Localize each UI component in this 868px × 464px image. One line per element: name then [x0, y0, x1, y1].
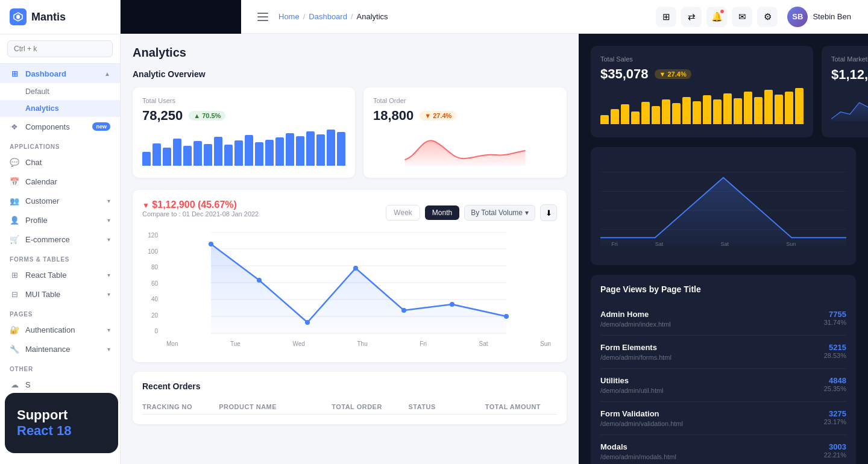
bar — [306, 131, 315, 166]
page-view-count: 5215 — [824, 343, 846, 352]
dark-card-total-marketing: Total Marketing $1,12,083 ▲ 70.5% — [822, 46, 868, 137]
bar — [775, 95, 783, 124]
bar — [316, 134, 325, 166]
support-popup-title: Support — [17, 407, 106, 423]
month-button[interactable]: Month — [425, 205, 459, 220]
sidebar-item-sample1[interactable]: ☁ S — [0, 375, 120, 394]
sidebar-item-label: Chat — [25, 158, 42, 167]
page-view-item-1: Form Elements /demo/admin/forms.html 521… — [600, 336, 846, 369]
bar — [153, 143, 161, 166]
bar — [275, 137, 284, 166]
card-total-users: Total Users 78,250 ▲ 70.5% — [133, 87, 355, 178]
main-area: Home / Dashboard / Analytics ⊞ ⇄ 🔔 ✉ ⚙ S… — [121, 0, 868, 464]
bar — [764, 90, 773, 124]
svg-text:Sun: Sun — [786, 241, 796, 247]
chevron-down-icon: ▾ — [107, 272, 110, 278]
page-views-section: Page Views by Page Title Admin Home /dem… — [591, 275, 856, 464]
card-badge: ▲ 70.5% — [189, 111, 225, 121]
user-avatar[interactable]: SB Stebin Ben — [782, 4, 856, 30]
user-switch-button[interactable]: ⇄ — [681, 7, 702, 27]
income-svg-chart — [160, 232, 557, 334]
chat-icon: 💬 — [10, 157, 19, 167]
week-button[interactable]: Week — [386, 205, 420, 221]
svg-rect-4 — [257, 20, 268, 21]
chevron-down-icon: ▾ — [107, 236, 110, 243]
svg-rect-2 — [257, 13, 268, 14]
calendar-icon: 📅 — [10, 177, 19, 186]
income-value: ▼ $1,12,900 (45.67%) — [142, 199, 259, 210]
logo-icon — [10, 8, 27, 25]
components-icon: ❖ — [10, 122, 19, 131]
svg-point-15 — [353, 266, 358, 271]
sidebar-item-calendar[interactable]: 📅 Calendar — [0, 172, 120, 191]
page-view-count: 7755 — [824, 310, 846, 319]
bar — [693, 101, 701, 124]
sidebar-logo[interactable]: Mantis — [0, 0, 120, 34]
sidebar-item-dashboard[interactable]: ⊞ Dashboard ▲ — [0, 64, 120, 83]
bar — [734, 98, 742, 124]
y-axis: 120 100 80 60 40 20 0 — [142, 232, 160, 334]
search-container — [0, 34, 120, 64]
bar — [173, 139, 181, 166]
breadcrumb-dashboard[interactable]: Dashboard — [309, 12, 347, 21]
page-view-url: /demo/admin/forms.html — [600, 354, 671, 361]
sidebar-subitem-analytics[interactable]: Analytics — [0, 100, 120, 117]
dropdown-arrow-icon: ▾ — [525, 208, 529, 217]
grid-icon-button[interactable]: ⊞ — [656, 7, 676, 27]
customer-icon: 👥 — [10, 196, 19, 205]
right-panel: Total Sales $35,078 ▼ 27.4% — [579, 34, 868, 464]
arrow-down-icon: ▼ — [424, 112, 431, 119]
maintenance-icon: 🔧 — [10, 344, 19, 354]
sidebar-item-components[interactable]: ❖ Components new — [0, 117, 120, 136]
bar — [214, 137, 222, 166]
mail-button[interactable]: ✉ — [732, 7, 752, 27]
sidebar-item-react-table[interactable]: ⊞ React Table ▾ — [0, 265, 120, 284]
svg-marker-1 — [16, 14, 20, 19]
chevron-up-icon: ▲ — [104, 71, 110, 77]
svg-point-14 — [305, 320, 310, 325]
sidebar-item-mui-table[interactable]: ⊟ MUI Table ▾ — [0, 284, 120, 304]
support-popup[interactable]: Support React 18 — [5, 393, 118, 453]
page-view-pct: 25.35% — [824, 385, 846, 392]
sidebar-item-profile[interactable]: 👤 Profile ▾ — [0, 210, 120, 230]
bar — [611, 109, 619, 124]
volume-dropdown[interactable]: By Total Volume ▾ — [464, 205, 535, 221]
bar — [337, 132, 345, 166]
recent-orders-title: Recent Orders — [142, 381, 557, 391]
bar — [744, 92, 752, 124]
sidebar-item-customer[interactable]: 👥 Customer ▾ — [0, 191, 120, 210]
sidebar-item-authentication[interactable]: 🔐 Authentication ▾ — [0, 320, 120, 339]
section-label-forms: Forms & Tables — [0, 249, 120, 265]
sidebar-item-maintenance[interactable]: 🔧 Maintenance ▾ — [0, 339, 120, 359]
dark-card-value: $1,12,083 — [831, 67, 868, 83]
sidebar-subitem-default[interactable]: Default — [0, 83, 120, 100]
dark-card-label: Total Sales — [600, 55, 804, 63]
order-area-chart — [373, 130, 557, 166]
page-view-title: Admin Home — [600, 310, 671, 319]
page-view-count: 3275 — [824, 409, 846, 418]
sidebar-item-ecommerce[interactable]: 🛒 E-commerce ▾ — [0, 230, 120, 249]
settings-button[interactable]: ⚙ — [757, 7, 778, 27]
col-total-amount: TOTAL AMOUNT — [485, 403, 557, 410]
section-label-other: Other — [0, 359, 120, 375]
bar — [795, 88, 804, 124]
sidebar-item-label: E-commerce — [25, 235, 70, 244]
income-compare: Compare to : 01 Dec 2021-08 Jan 2022 — [142, 210, 259, 218]
support-popup-subtitle: React 18 — [17, 423, 106, 439]
card-value: 78,250 — [142, 108, 183, 124]
menu-toggle-button[interactable] — [253, 7, 272, 27]
dark-card-total-sales: Total Sales $35,078 ▼ 27.4% — [591, 46, 813, 137]
svg-point-12 — [209, 242, 213, 246]
notifications-button[interactable]: 🔔 — [706, 7, 727, 27]
sidebar-item-chat[interactable]: 💬 Chat — [0, 152, 120, 172]
sidebar-item-label: S — [25, 380, 31, 389]
bar — [713, 99, 722, 124]
page-view-pct: 31.74% — [824, 319, 846, 326]
search-input[interactable] — [7, 40, 113, 57]
breadcrumb-home[interactable]: Home — [278, 12, 300, 21]
card-label: Total Users — [142, 97, 345, 104]
download-button[interactable]: ⬇ — [540, 204, 557, 221]
bar — [296, 136, 304, 166]
users-bar-chart — [142, 130, 345, 166]
bar — [600, 115, 609, 124]
